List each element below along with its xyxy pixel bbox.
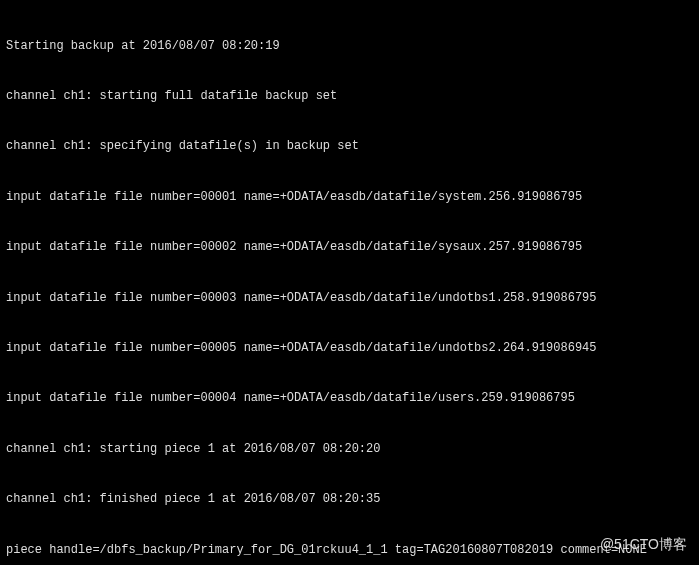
- log-line: input datafile file number=00005 name=+O…: [6, 340, 693, 357]
- log-line: input datafile file number=00004 name=+O…: [6, 390, 693, 407]
- log-line: channel ch1: starting piece 1 at 2016/08…: [6, 441, 693, 458]
- log-line: input datafile file number=00001 name=+O…: [6, 189, 693, 206]
- log-line: input datafile file number=00003 name=+O…: [6, 290, 693, 307]
- log-line: channel ch1: finished piece 1 at 2016/08…: [6, 491, 693, 508]
- log-line: channel ch1: specifying datafile(s) in b…: [6, 138, 693, 155]
- watermark-text: @51CTO博客: [600, 535, 687, 555]
- log-line: channel ch1: starting full datafile back…: [6, 88, 693, 105]
- terminal-output[interactable]: Starting backup at 2016/08/07 08:20:19 c…: [0, 0, 699, 565]
- log-line: Starting backup at 2016/08/07 08:20:19: [6, 38, 693, 55]
- log-line: piece handle=/dbfs_backup/Primary_for_DG…: [6, 542, 693, 559]
- log-line: input datafile file number=00002 name=+O…: [6, 239, 693, 256]
